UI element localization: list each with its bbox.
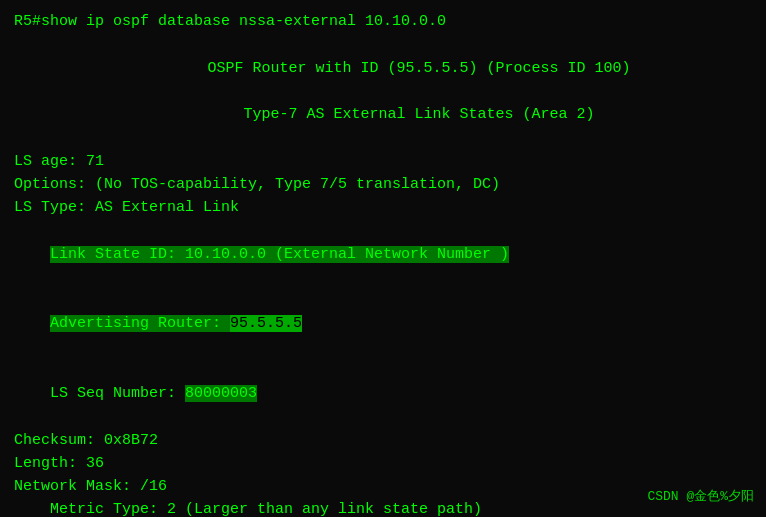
ls-seq-line: LS Seq Number: 80000003 [14,359,752,429]
ls-seq-label: LS Seq Number: [50,385,185,402]
terminal-window: R5#show ip ospf database nssa-external 1… [0,0,766,517]
ls-seq-value: 80000003 [185,385,257,402]
ls-type: LS Type: AS External Link [14,196,752,219]
metric-type-line: Metric Type: 2 (Larger than any link sta… [14,498,752,517]
link-state-id-line: Link State ID: 10.10.0.0 (External Netwo… [14,219,752,289]
adv-router-line: Advertising Router: 95.5.5.5 [14,289,752,359]
length-line: Length: 36 [14,452,752,475]
checksum-line: Checksum: 0x8B72 [14,429,752,452]
blank-2 [14,80,752,103]
prompt-line: R5#show ip ospf database nssa-external 1… [14,10,752,33]
blank-1 [14,33,752,56]
watermark: CSDN @金色%夕阳 [647,487,754,505]
adv-router-text: Advertising Router: 95.5.5.5 [50,315,302,332]
type-line: Type-7 AS External Link States (Area 2) [14,103,752,126]
ls-age: LS age: 71 [14,150,752,173]
link-state-id-text: Link State ID: 10.10.0.0 (External Netwo… [50,246,509,263]
router-id-line: OSPF Router with ID (95.5.5.5) (Process … [14,57,752,80]
network-mask-line: Network Mask: /16 [14,475,752,498]
ls-options: Options: (No TOS-capability, Type 7/5 tr… [14,173,752,196]
blank-3 [14,126,752,149]
